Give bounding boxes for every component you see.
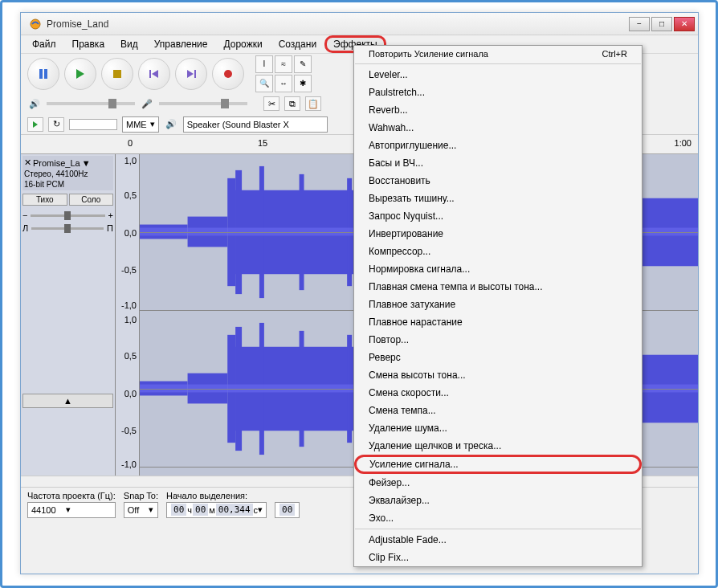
dd-effect-item[interactable]: Автоприглушение... (354, 137, 642, 154)
selection-start-label: Начало выделения: (166, 491, 267, 500)
gain-slider[interactable] (31, 214, 104, 217)
menu-transport[interactable]: Управление (146, 36, 216, 52)
amplitude-scale: 1,0 0,5 0,0 -0,5 -1,0 1,0 0,5 0,0 -0,5 -… (116, 154, 140, 476)
cut-button[interactable]: ✂ (263, 96, 279, 111)
menu-file[interactable]: Файл (24, 36, 64, 52)
dd-effect-item[interactable]: Clip Fix... (354, 549, 642, 566)
zoom-tool[interactable]: 🔍 (255, 75, 273, 92)
track-bitdepth: 16-bit PCM (24, 180, 112, 189)
snap-label: Snap To: (124, 491, 158, 500)
dd-effect-item[interactable]: Reverb... (354, 101, 642, 119)
dd-effect-item[interactable]: Нормировка сигнала... (354, 260, 642, 278)
track-name: Promise_La (33, 158, 80, 168)
dd-effect-item[interactable]: Восстановить (354, 172, 642, 190)
svg-rect-2 (44, 69, 47, 79)
timeline-mark: 1:00 (675, 138, 691, 148)
dd-effect-item[interactable]: Плавное затухание (354, 296, 642, 313)
multi-tool[interactable]: ✱ (294, 75, 312, 92)
collapse-button[interactable]: ▲ (22, 394, 113, 408)
dd-effect-item[interactable]: Запрос Nyquist... (354, 207, 642, 225)
dd-effect-item[interactable]: Плавное нарастание (354, 313, 642, 331)
gain-plus-label: + (108, 210, 113, 220)
menu-generate[interactable]: Создани (271, 36, 324, 52)
dd-effect-item[interactable]: Wahwah... (354, 119, 642, 137)
svg-rect-3 (113, 70, 121, 78)
playback-volume-slider[interactable] (47, 102, 135, 105)
timeline-mark: 15 (258, 138, 267, 148)
dd-effect-item[interactable]: Смена темпа... (354, 402, 642, 419)
pan-slider[interactable] (31, 227, 104, 230)
timeline-mark: 0 (128, 138, 133, 148)
gain-minus-label: − (22, 210, 27, 220)
window-title: Promise_Land (47, 18, 629, 30)
mute-button[interactable]: Тихо (22, 194, 67, 206)
selection-end-field[interactable]: 00 (275, 502, 300, 518)
draw-tool[interactable]: ✎ (294, 55, 312, 73)
record-volume-slider[interactable] (159, 102, 247, 105)
dd-effect-item[interactable]: Реверс (354, 349, 642, 366)
track-close-icon[interactable]: ✕ (24, 157, 31, 168)
snap-combo[interactable]: Off ▾ (124, 502, 158, 518)
track-menu-icon[interactable]: ▼ (82, 158, 91, 168)
dd-effect-item[interactable]: Leveler... (354, 66, 642, 84)
close-button[interactable]: ✕ (674, 17, 695, 31)
copy-button[interactable]: ⧉ (284, 96, 300, 111)
app-icon (29, 18, 42, 31)
skip-end-button[interactable] (175, 58, 207, 90)
menu-edit[interactable]: Правка (64, 36, 113, 52)
dd-effect-item[interactable]: Paulstretch... (354, 84, 642, 101)
pan-right-label: П (107, 223, 113, 233)
selection-tool[interactable]: I (255, 55, 273, 73)
paste-button[interactable]: 📋 (305, 96, 321, 111)
dd-effect-item[interactable]: Плавная смена темпа и высоты тона... (354, 278, 642, 296)
dd-repeat-last[interactable]: Повторить Усиление сигналаCtrl+R (354, 46, 642, 62)
play-button[interactable] (64, 58, 96, 90)
svg-rect-1 (39, 69, 43, 79)
speaker-icon: 🔊 (27, 96, 42, 111)
dd-effect-item[interactable]: Повтор... (354, 331, 642, 349)
dd-effect-item[interactable]: Усиление сигнала... (354, 455, 642, 474)
solo-button[interactable]: Соло (69, 194, 114, 206)
output-device-combo[interactable]: Speaker (Sound Blaster X (183, 116, 328, 133)
svg-rect-5 (194, 70, 196, 78)
dd-effect-item[interactable]: Смена высоты тона... (354, 366, 642, 384)
dd-effect-item[interactable]: Эквалайзер... (354, 492, 642, 509)
selection-start-field[interactable]: 00ч 00м 00,344с▾ (166, 502, 267, 518)
dd-effect-item[interactable]: Эхо... (354, 509, 642, 527)
dd-effect-item[interactable]: Adjustable Fade... (354, 531, 642, 549)
host-combo[interactable]: MME▾ (122, 116, 159, 133)
envelope-tool[interactable]: ≈ (275, 55, 292, 73)
skip-start-button[interactable] (138, 58, 170, 90)
timeshift-tool[interactable]: ↔ (275, 75, 292, 92)
mini-loop-button[interactable]: ↻ (48, 117, 64, 132)
maximize-button[interactable]: □ (651, 17, 672, 31)
dd-effect-item[interactable]: Басы и ВЧ... (354, 154, 642, 172)
mic-icon: 🎤 (140, 96, 154, 111)
output-icon: 🔊 (164, 117, 178, 132)
svg-point-0 (31, 19, 40, 29)
selection-end-label (275, 491, 300, 500)
pause-button[interactable] (27, 58, 59, 90)
dd-effect-item[interactable]: Инвертирование (354, 225, 642, 243)
minimize-button[interactable]: − (629, 17, 650, 31)
titlebar: Promise_Land − □ ✕ (21, 13, 698, 35)
dd-effect-item[interactable]: Удаление шума... (354, 419, 642, 437)
dd-effect-item[interactable]: Фейзер... (354, 474, 642, 492)
dd-effect-item[interactable]: Смена скорости... (354, 384, 642, 402)
pan-left-label: Л (22, 223, 28, 233)
mini-play-button[interactable] (27, 117, 43, 132)
dd-effect-item[interactable]: Компрессор... (354, 243, 642, 260)
track-format: Стерео, 44100Hz (24, 169, 112, 178)
svg-rect-4 (149, 70, 151, 78)
menu-view[interactable]: Вид (112, 36, 146, 52)
stop-button[interactable] (101, 58, 133, 90)
track-control-panel: ✕ Promise_La ▼ Стерео, 44100Hz 16-bit PC… (21, 154, 116, 476)
menu-tracks[interactable]: Дорожки (216, 36, 271, 52)
dd-effect-item[interactable]: Удаление щелчков и треска... (354, 437, 642, 455)
project-rate-label: Частота проекта (Гц): (27, 491, 116, 500)
record-button[interactable] (212, 58, 244, 90)
effects-dropdown: Повторить Усиление сигналаCtrl+R Leveler… (353, 45, 643, 567)
project-rate-combo[interactable]: 44100 ▾ (27, 502, 116, 518)
svg-point-6 (224, 70, 232, 78)
dd-effect-item[interactable]: Вырезать тишину... (354, 190, 642, 207)
